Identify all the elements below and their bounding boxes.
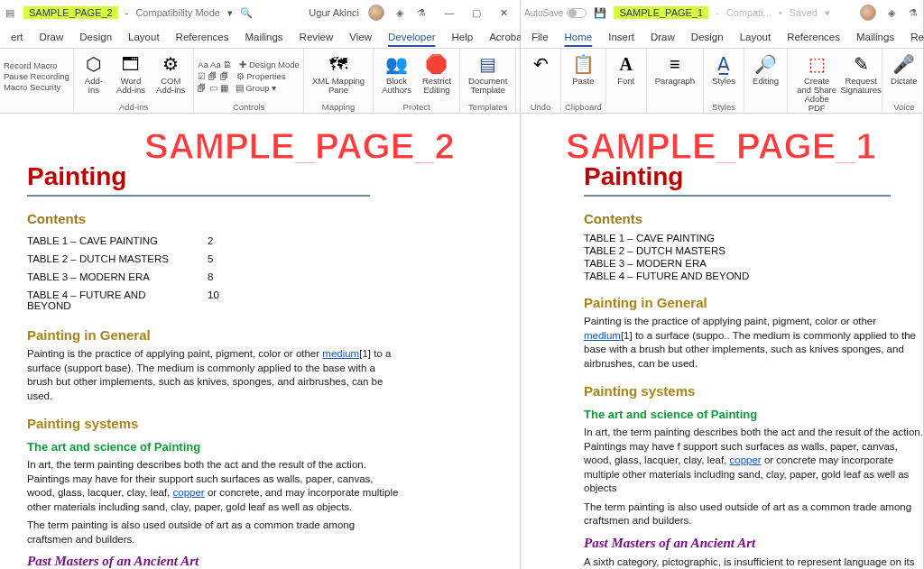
tab-help[interactable]: Help: [444, 28, 480, 46]
heading-past: Past Masters of an Ancient Art: [27, 554, 402, 569]
tab-design[interactable]: Design: [72, 28, 119, 46]
user-name[interactable]: Ugur Akinci: [309, 7, 359, 18]
paste-button[interactable]: 📋Paste: [567, 50, 599, 101]
tab-ert[interactable]: ert: [4, 28, 30, 46]
para-art: In art, the term painting describes both…: [584, 426, 923, 496]
pause-recording: Pause Recording: [4, 71, 69, 81]
tab-review[interactable]: Review: [903, 28, 924, 46]
addins-button[interactable]: ⬡Add-ins: [78, 50, 110, 101]
word-app-icon: ▤: [4, 6, 16, 19]
link-copper[interactable]: copper: [730, 454, 762, 465]
toc-row: TABLE 2 – DUTCH MASTERS5: [27, 250, 402, 268]
para-common: The term painting is also used outside o…: [584, 500, 923, 528]
ribbon-left: Record Macro Pause Recording Macro Secur…: [0, 49, 520, 114]
toc-row: TABLE 3 – MODERN ERA8: [27, 268, 402, 286]
diamond-icon[interactable]: ◈: [885, 6, 898, 19]
restrict-editing-button[interactable]: 🛑RestrictEditing: [418, 50, 456, 101]
create-pdf-button[interactable]: ⬚Create and ShareAdobe PDF: [791, 50, 842, 115]
link-medium[interactable]: medium: [584, 330, 621, 341]
com-addins-button[interactable]: ⚙COMAdd-ins: [152, 50, 189, 101]
ribbon-tabs-left: ert Draw Design Layout References Mailin…: [0, 25, 520, 49]
paragraph-button[interactable]: ≡Paragraph: [651, 50, 699, 101]
file-name[interactable]: SAMPLE_PAGE_1: [614, 6, 708, 19]
toc-row: TABLE 1 – CAVE PAINTING: [584, 232, 923, 244]
search-icon[interactable]: 🔍: [240, 6, 253, 19]
doc-title: Painting: [584, 162, 891, 197]
save-icon[interactable]: 💾: [594, 6, 606, 19]
doc-title: Painting: [27, 162, 370, 197]
toc-row: TABLE 2 – DUTCH MASTERS: [584, 244, 923, 257]
para-general: Painting is the practice of applying pai…: [584, 315, 923, 371]
xml-mapping-button[interactable]: 🗺XML MappingPane: [308, 50, 369, 101]
tab-layout[interactable]: Layout: [121, 28, 167, 46]
heading-past: Past Masters of an Ancient Art: [584, 536, 923, 551]
avatar[interactable]: [368, 5, 384, 21]
tab-home[interactable]: Home: [558, 28, 600, 46]
heading-art: The art and science of Painting: [27, 440, 402, 454]
macro-security[interactable]: Macro Security: [4, 82, 69, 92]
undo-button[interactable]: ↶: [524, 50, 557, 101]
toc-row: TABLE 4 – FUTURE AND BEYOND: [584, 270, 923, 282]
styles-button[interactable]: A̲Styles: [707, 50, 740, 101]
flask-icon[interactable]: ⚗: [415, 6, 428, 19]
tab-mailings[interactable]: Mailings: [849, 28, 901, 46]
contents-heading: Contents: [27, 211, 402, 226]
contents-heading: Contents: [584, 211, 923, 226]
editing-button[interactable]: 🔎Editing: [748, 50, 783, 101]
tab-review[interactable]: Review: [292, 28, 341, 46]
restore-button[interactable]: ▢: [464, 4, 489, 22]
link-copper[interactable]: copper: [173, 487, 205, 498]
file-name[interactable]: SAMPLE_PAGE_2: [23, 6, 118, 19]
dictate-button[interactable]: 🎤Dictate: [886, 50, 922, 101]
document-page-left[interactable]: SAMPLE_PAGE_2 Painting Contents TABLE 1 …: [0, 114, 520, 569]
minimize-button[interactable]: —: [437, 4, 462, 22]
doc-template-button[interactable]: ▤DocumentTemplate: [464, 50, 512, 101]
heading-systems: Painting systems: [27, 416, 402, 431]
toc-row: TABLE 3 – MODERN ERA: [584, 257, 923, 270]
diamond-icon[interactable]: ◈: [393, 6, 406, 19]
toc-row: TABLE 4 – FUTURE AND BEYOND10: [27, 286, 402, 315]
link-medium[interactable]: medium: [322, 348, 359, 359]
titlebar-right: AutoSave 💾 SAMPLE_PAGE_1 - Compati... • …: [521, 0, 923, 25]
record-macro[interactable]: Record Macro: [4, 60, 69, 70]
ribbon-tabs-right: File Home Insert Draw Design Layout Refe…: [521, 25, 923, 49]
word-addins-button[interactable]: 🗔WordAdd-ins: [112, 50, 150, 101]
tab-design[interactable]: Design: [684, 28, 731, 46]
ribbon-right: ↶ Undo 📋Paste Clipboard AFont ≡Paragraph…: [521, 49, 923, 114]
para-common: The term painting is also used outside o…: [27, 519, 402, 546]
titlebar-left: ▤ SAMPLE_PAGE_2 - Compatibility Mode ▾ 🔍…: [0, 0, 520, 25]
tab-draw[interactable]: Draw: [32, 28, 70, 46]
tab-draw[interactable]: Draw: [643, 28, 682, 46]
tab-insert[interactable]: Insert: [601, 28, 642, 46]
tab-references[interactable]: References: [780, 28, 847, 46]
heading-systems: Painting systems: [584, 383, 923, 399]
tab-layout[interactable]: Layout: [733, 28, 779, 46]
document-page-right[interactable]: SAMPLE_PAGE_1 Painting Contents TABLE 1 …: [521, 114, 923, 569]
block-authors-button: 👥BlockAuthors: [377, 50, 416, 101]
heading-art: The art and science of Painting: [584, 408, 923, 421]
heading-general: Painting in General: [584, 295, 923, 310]
overlay-label: SAMPLE_PAGE_2: [144, 128, 455, 164]
font-button[interactable]: AFont: [610, 50, 642, 101]
close-button[interactable]: ✕: [491, 4, 516, 22]
tab-developer[interactable]: Developer: [381, 28, 442, 46]
overlay-label: SAMPLE_PAGE_1: [566, 128, 876, 164]
tab-references[interactable]: References: [169, 28, 236, 46]
tab-mailings[interactable]: Mailings: [237, 28, 290, 46]
para-art: In art, the term painting describes both…: [27, 458, 402, 514]
flask-icon[interactable]: ⚗: [907, 6, 919, 19]
autosave-toggle[interactable]: AutoSave: [524, 8, 587, 18]
tab-view[interactable]: View: [342, 28, 379, 46]
para-general: Painting is the practice of applying pai…: [27, 347, 402, 403]
request-sign-button[interactable]: ✎RequestSignatures: [844, 50, 878, 115]
compat-mode: Compatibility Mode: [135, 7, 220, 18]
para-sixth: A sixth category, pictographic, is insuf…: [584, 555, 923, 569]
tab-file[interactable]: File: [524, 28, 556, 46]
toc-row: TABLE 1 – CAVE PAINTING2: [27, 232, 402, 250]
avatar[interactable]: [860, 5, 876, 21]
heading-general: Painting in General: [27, 327, 402, 343]
